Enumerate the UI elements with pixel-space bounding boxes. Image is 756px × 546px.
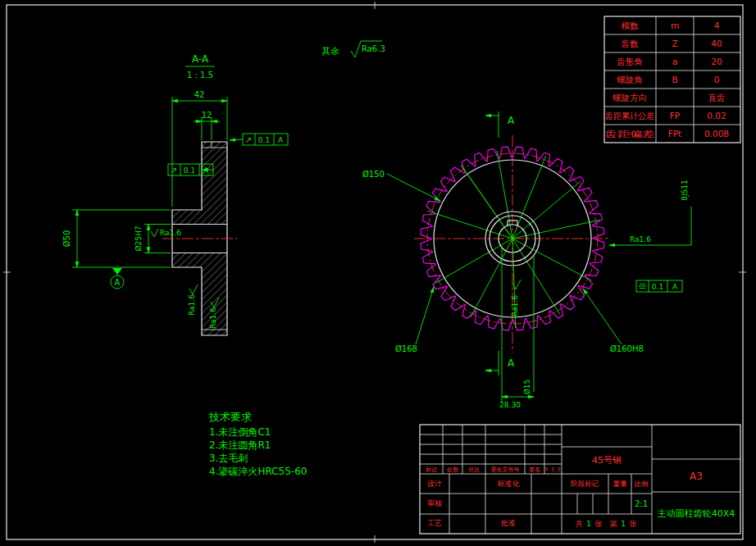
roughness-flank-label: Ra1.6 — [511, 295, 519, 316]
tech-requirements: 技术要求 1.未注倒角C1 2.未注圆角R1 3.去毛刺 4.渗碳淬火HRC55… — [208, 411, 307, 477]
dim-hub-label: Ø50 — [62, 230, 71, 248]
param-value: 直齿 — [708, 93, 726, 102]
tech-req-item: 1.未注倒角C1 — [209, 426, 271, 438]
param-value: 0.02 — [707, 111, 726, 121]
datum-letter: A — [115, 278, 121, 287]
dim-step: 12 — [194, 111, 220, 140]
runout-icon: ↗ — [245, 135, 252, 144]
dim-hub: Ø50 — [62, 210, 171, 267]
tb-page-value: 1 — [621, 520, 626, 528]
param-label: 齿距偏差 — [604, 129, 655, 139]
tb-stage-label: 阶段标记 — [571, 480, 599, 488]
title-block: 标记 处数 分区 更改文件号 签名 年、月、日 设计 标准化 审核 工艺 批准 … — [420, 425, 740, 534]
cad-drawing: 其余 Ra6.3 A-A 1 : 1.5 — [0, 0, 756, 546]
section-plane-top: A — [485, 111, 515, 138]
datum-target: A — [111, 268, 124, 289]
roughness-bore-label: Ra1.6 — [160, 229, 181, 237]
tb-header-mark: 标记 — [425, 466, 437, 473]
gear-measure-ray — [497, 151, 512, 239]
tb-material: 45号钢 — [592, 455, 622, 466]
roughness-flank: Ra1.6 — [511, 280, 521, 316]
dim-bore-label: Ø25H7 — [134, 225, 143, 251]
roughness-side-label: Ra1.6 — [630, 235, 651, 243]
gear-measure-ray — [512, 181, 581, 239]
param-label: 模数 — [622, 20, 640, 30]
tb-sheet-format: A3 — [690, 471, 703, 482]
tolerance-datum: A — [672, 283, 678, 291]
tb-weight-label: 重量 — [613, 480, 628, 488]
surface-note-value: Ra6.3 — [362, 44, 385, 53]
tb-scale-label: 比例 — [635, 480, 649, 488]
dia-root: Ø150 — [362, 170, 440, 201]
datum-triangle-icon — [112, 268, 122, 275]
dim-width-label: 42 — [194, 90, 205, 99]
param-value: 0 — [714, 75, 720, 84]
keyway-width-dim: 8JS11 Ra1.6 — [609, 180, 691, 245]
tolerance-frame-top: ↗ 0.1 A — [230, 134, 288, 145]
surface-finish-icon — [151, 229, 158, 237]
param-symbol: Z — [672, 39, 677, 48]
param-value: 40 — [711, 39, 722, 48]
surface-note: 其余 Ra6.3 — [321, 41, 385, 57]
dia-root-label: Ø150 — [362, 170, 385, 179]
dia-fit-label: Ø160H8 — [610, 344, 644, 353]
cad-viewport: 其余 Ra6.3 A-A 1 : 1.5 — [0, 0, 756, 546]
dim-step-label: 12 — [202, 111, 212, 120]
keyway-width-label: 8JS11 — [681, 180, 689, 201]
gear-measure-ray — [462, 166, 513, 239]
section-scale: 1 : 1.5 — [187, 71, 213, 80]
gear-view: A A Ø150 Ø168 Ø160H8 Ra1.6 8JS11 — [362, 111, 691, 409]
tb-sheet-word: 张 — [595, 520, 603, 528]
tb-header-sign: 签名 — [529, 466, 540, 473]
tolerance-datum: A — [203, 166, 209, 175]
tech-req-item: 4.渗碳淬火HRC55-60 — [209, 466, 307, 477]
tech-req-item: 3.去毛刺 — [209, 453, 248, 464]
tolerance-datum: A — [278, 136, 284, 144]
tolerance-frame-symmetry: 0.1 A — [636, 280, 682, 292]
tolerance-value: 0.1 — [652, 283, 663, 291]
surface-note-prefix: 其余 — [321, 46, 339, 57]
keyway-depth-label: 28.30 — [499, 401, 521, 409]
roughness-left-label: Ra1.6 — [188, 294, 196, 316]
param-label: 齿数 — [621, 39, 640, 48]
tb-page-label: 第 — [610, 520, 617, 528]
param-label: 齿形角 — [616, 57, 643, 66]
tolerance-value: 0.1 — [184, 166, 195, 175]
param-table: 模数 m 4 齿数 Z 40 齿形角 a 20 螺旋角 B 0 螺旋方向 直齿 … — [604, 16, 740, 143]
param-label: 螺旋角 — [617, 75, 643, 84]
tech-req-title: 技术要求 — [208, 411, 252, 423]
param-value: 0.008 — [704, 129, 729, 139]
roughness-right-label: Ra1.6 — [209, 307, 217, 329]
tb-sheet-word2: 张 — [630, 520, 637, 528]
tech-req-item: 2.未注圆角R1 — [209, 439, 271, 451]
tb-header-date: 年、月、日 — [545, 466, 561, 473]
tb-total-label: 共 — [576, 520, 583, 528]
gear-measure-ray — [512, 239, 560, 314]
section-letter-bottom: A — [508, 357, 515, 369]
param-label: 螺旋方向 — [613, 93, 647, 102]
tb-header-count: 处数 — [447, 466, 459, 473]
param-symbol: m — [671, 20, 679, 30]
runout-icon: ↗ — [171, 166, 177, 175]
section-letter-top: A — [508, 115, 515, 126]
param-symbol: FP — [670, 111, 680, 121]
gear-measure-ray — [512, 239, 591, 280]
tolerance-value: 0.1 — [258, 136, 270, 144]
tb-header-docno: 更改文件号 — [491, 466, 520, 473]
tb-role-design: 设计 — [427, 480, 442, 488]
param-symbol: a — [672, 57, 677, 66]
surface-finish-icon — [189, 284, 198, 294]
tb-role-standard: 标准化 — [497, 480, 521, 488]
section-plane-bottom: A — [485, 351, 515, 375]
dia-fit: Ø160H8 — [583, 289, 644, 353]
section-view: A-A 1 : 1.5 42 — [62, 53, 288, 335]
param-symbol: B — [672, 75, 677, 84]
tb-role-process: 工艺 — [427, 519, 442, 527]
symmetry-icon — [639, 284, 647, 289]
gear-measure-ray — [512, 220, 600, 239]
dia-tip: Ø168 — [395, 287, 434, 353]
roughness-bore: Ra1.6 — [151, 229, 181, 237]
param-symbol: FPt — [668, 129, 682, 139]
hole-label: Ø15 — [523, 380, 531, 395]
param-value: 20 — [711, 57, 722, 66]
